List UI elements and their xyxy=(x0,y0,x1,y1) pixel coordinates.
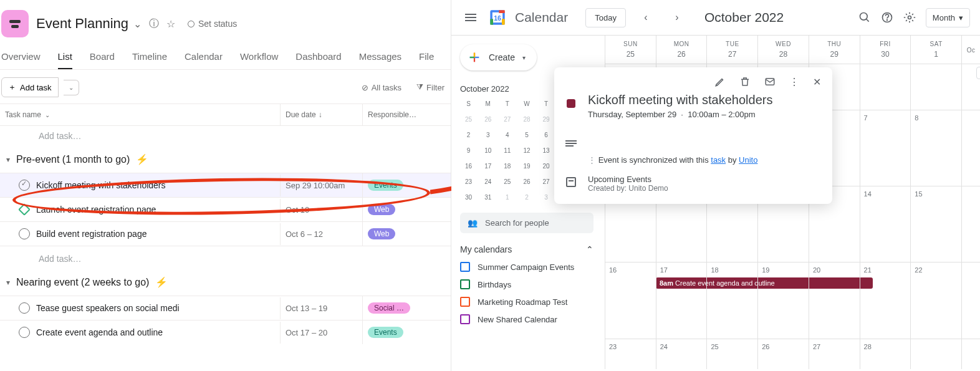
checkbox-icon[interactable] xyxy=(460,279,470,289)
add-task-row[interactable]: Add task… xyxy=(0,246,451,269)
day-cell[interactable]: 26 xyxy=(757,339,809,370)
gcal-week-row[interactable]: 232425262728 xyxy=(605,339,980,370)
calendar-item[interactable]: Birthdays xyxy=(460,279,593,289)
edit-icon[interactable] xyxy=(714,76,726,88)
sync-task-link[interactable]: task xyxy=(711,155,726,165)
tab-dashboard[interactable]: Dashboard xyxy=(295,51,341,69)
task-tag[interactable]: Web xyxy=(368,228,395,239)
svg-rect-4 xyxy=(499,10,504,13)
calendar-item[interactable]: New Shared Calendar xyxy=(460,314,593,324)
check-circle-icon[interactable] xyxy=(19,180,30,191)
create-button[interactable]: Create ▾ xyxy=(460,44,537,70)
day-cell[interactable] xyxy=(860,64,911,110)
day-cell[interactable]: 27 xyxy=(809,339,860,370)
close-icon[interactable]: ✕ xyxy=(813,76,821,88)
task-row[interactable]: Tease guest speakers on social mediOct 1… xyxy=(0,296,451,320)
day-cell[interactable]: 7 xyxy=(860,110,911,186)
task-name: Create event agenda and outline xyxy=(36,327,163,337)
column-responsible[interactable]: Responsible… xyxy=(362,104,451,125)
checkbox-icon[interactable] xyxy=(460,262,470,272)
task-tag[interactable]: Events xyxy=(368,180,403,191)
day-cell[interactable]: 8 xyxy=(910,110,961,186)
chevron-up-icon: ⌃ xyxy=(586,244,593,254)
all-tasks-filter[interactable]: ⊘ All tasks xyxy=(357,79,406,96)
day-cell[interactable] xyxy=(910,339,961,370)
day-cell[interactable]: 18 xyxy=(706,263,757,338)
project-title: Event Planning xyxy=(36,16,128,32)
tab-overview[interactable]: Overview xyxy=(1,51,41,69)
chevron-down-icon: ⌄ xyxy=(45,112,50,118)
tab-file[interactable]: File xyxy=(419,51,434,69)
checkbox-icon[interactable] xyxy=(460,314,470,324)
email-icon[interactable] xyxy=(764,76,776,88)
calendar-item[interactable]: Summer Campaign Events xyxy=(460,262,593,272)
project-header: Event Planning ⌄ ⓘ ☆ Set status xyxy=(0,0,451,37)
check-circle-icon[interactable] xyxy=(19,327,30,338)
day-cell[interactable]: 28 xyxy=(860,339,911,370)
section-nearing-event[interactable]: ▾ Nearing event (2 weeks to go) ⚡ xyxy=(0,269,451,296)
add-task-dropdown[interactable]: ⌄ xyxy=(64,80,79,95)
add-task-button[interactable]: ＋ Add task xyxy=(1,77,59,97)
sync-unito-link[interactable]: Unito xyxy=(739,155,757,165)
search-icon[interactable] xyxy=(858,11,871,24)
day-cell[interactable]: 20 xyxy=(809,263,860,338)
tab-timeline[interactable]: Timeline xyxy=(132,51,167,69)
day-cell[interactable]: 22 xyxy=(910,263,961,338)
tab-workflow[interactable]: Workflow xyxy=(240,51,278,69)
filter-button[interactable]: ⧩ Filter xyxy=(411,79,449,96)
check-circle-icon[interactable] xyxy=(19,228,30,239)
day-cell[interactable] xyxy=(910,64,961,110)
column-task-name[interactable]: Task name ⌄ xyxy=(0,104,280,125)
more-icon[interactable]: ⋮ xyxy=(789,76,799,88)
day-cell[interactable]: 23 xyxy=(605,339,656,370)
task-tag[interactable]: Web xyxy=(368,204,395,215)
add-task-row-top[interactable]: Add task… xyxy=(0,126,451,146)
star-icon[interactable]: ☆ xyxy=(166,18,175,30)
info-icon[interactable]: ⓘ xyxy=(149,17,159,31)
search-people-input[interactable]: 👥 Search for people xyxy=(460,213,593,233)
event-calendar-name: Upcoming Events xyxy=(588,175,668,184)
task-tag[interactable]: Social … xyxy=(368,302,410,314)
task-row[interactable]: Launch event registration pageOct 10Web xyxy=(0,197,451,221)
tab-calendar[interactable]: Calendar xyxy=(185,51,223,69)
popup-action-bar: ⋮ ✕ xyxy=(565,76,821,88)
day-cell[interactable]: 17 xyxy=(656,263,707,338)
day-cell[interactable]: 14 xyxy=(860,186,911,262)
current-month-label: October 2022 xyxy=(704,10,784,25)
next-month-button[interactable]: › xyxy=(666,6,688,29)
check-circle-icon[interactable] xyxy=(19,302,30,314)
my-calendars-header[interactable]: My calendars ⌃ xyxy=(460,244,593,254)
plus-icon xyxy=(468,51,481,64)
event-color-badge xyxy=(567,99,575,108)
day-cell[interactable]: 25 xyxy=(706,339,757,370)
hamburger-icon[interactable] xyxy=(461,10,480,25)
checkbox-icon[interactable] xyxy=(460,297,470,307)
delete-icon[interactable] xyxy=(739,76,751,88)
column-due-date[interactable]: Due date ↓ xyxy=(280,104,362,125)
project-dropdown-icon[interactable]: ⌄ xyxy=(133,18,142,30)
day-cell[interactable]: 15 xyxy=(910,186,961,262)
task-row[interactable]: Kickoff meeting with stakeholdersSep 29 … xyxy=(0,173,451,197)
task-row[interactable]: Build event registration pageOct 6 – 12W… xyxy=(0,221,451,246)
list-toolbar: ＋ Add task ⌄ ⊘ All tasks ⧩ Filter xyxy=(0,69,451,97)
people-icon: 👥 xyxy=(468,218,478,228)
prev-month-button[interactable]: ‹ xyxy=(635,6,657,29)
popup-title: Kickoff meeting with stakeholders xyxy=(588,93,772,107)
task-row[interactable]: Create event agenda and outlineOct 17 – … xyxy=(0,320,451,344)
view-selector[interactable]: Month ▾ xyxy=(926,8,970,27)
calendar-item[interactable]: Marketing Roadmap Test xyxy=(460,297,593,307)
day-cell[interactable]: 21 xyxy=(860,263,911,338)
section-pre-event[interactable]: ▾ Pre-event (1 month to go) ⚡ xyxy=(0,146,451,173)
set-status-button[interactable]: Set status xyxy=(188,19,237,29)
tab-messages[interactable]: Messages xyxy=(359,51,401,69)
tab-list[interactable]: List xyxy=(58,51,72,69)
task-tag[interactable]: Events xyxy=(368,327,403,338)
settings-icon[interactable] xyxy=(903,11,916,24)
day-cell[interactable]: 19 xyxy=(757,263,809,338)
gcal-week-row[interactable]: 8am Create event agenda and outline 1617… xyxy=(605,262,980,338)
tab-board[interactable]: Board xyxy=(90,51,115,69)
today-button[interactable]: Today xyxy=(585,8,626,27)
day-cell[interactable]: 24 xyxy=(656,339,707,370)
help-icon[interactable] xyxy=(881,11,893,24)
day-cell[interactable]: 16 xyxy=(605,263,656,338)
